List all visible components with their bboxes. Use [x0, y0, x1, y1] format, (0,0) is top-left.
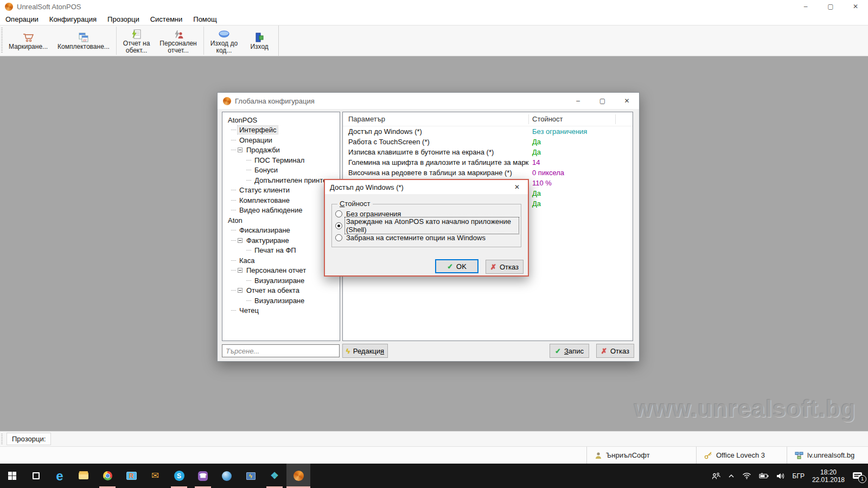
tree-item[interactable]: Фактуриране — [222, 235, 340, 246]
close-button[interactable]: ✕ — [843, 0, 868, 13]
status-panel-user[interactable]: ЪнриълСофт — [586, 447, 696, 464]
people-icon[interactable] — [712, 472, 720, 480]
battery-icon[interactable] — [759, 473, 769, 479]
column-header-value[interactable]: Стойност — [529, 114, 616, 124]
taskbar-app-task-view[interactable] — [24, 464, 48, 488]
radio-icon[interactable] — [335, 210, 342, 217]
radio-icon[interactable] — [335, 222, 342, 229]
tree-connector — [231, 260, 236, 261]
language-indicator[interactable]: БГР — [793, 472, 805, 480]
assemble-button[interactable]: 22 Комплектоване... — [53, 25, 114, 56]
taskbar-app-skype[interactable]: S — [167, 464, 191, 488]
table-row[interactable]: Изписва клавишите в бутоните на екрана (… — [343, 147, 633, 157]
mark-button[interactable]: Маркиране... — [4, 25, 53, 56]
table-row[interactable]: Достъп до Windows (*) Без ограничения — [343, 126, 633, 137]
modal-titlebar: Достъп до Windows (*) ✕ — [325, 180, 528, 194]
tree-connector — [231, 310, 236, 311]
cart-icon — [22, 31, 35, 43]
tree-item[interactable]: Печат на ФП — [222, 246, 340, 256]
tree-connector — [246, 250, 251, 251]
search-input[interactable] — [222, 344, 340, 357]
taskbar-app-start[interactable] — [0, 464, 24, 488]
tree-connector — [231, 270, 236, 271]
network-icon — [795, 452, 803, 459]
chevron-up-icon[interactable] — [728, 473, 735, 479]
tree-item[interactable]: Отчет на обекта — [222, 286, 340, 296]
modal-close-button[interactable]: ✕ — [506, 180, 528, 194]
tree-item[interactable]: Видео наблюдение — [222, 206, 340, 216]
app-icon: ✉ — [151, 470, 159, 481]
menu-item[interactable]: Операции — [0, 13, 44, 25]
tree-item[interactable]: Визуализиране — [222, 275, 340, 286]
radio-icon[interactable] — [335, 234, 342, 241]
tree-connector — [231, 140, 236, 140]
tree-item[interactable]: Бонуси — [222, 165, 340, 176]
dialog-minimize-button[interactable]: – — [566, 93, 590, 109]
menu-item[interactable]: Прозорци — [102, 13, 145, 25]
menu-item[interactable]: Помощ — [188, 13, 222, 25]
tree-item[interactable]: Статус клиенти — [222, 185, 340, 196]
exit-to-code-button[interactable]: Изход до код... — [206, 25, 242, 56]
tree-item[interactable]: Фискализиране — [222, 226, 340, 236]
app-icon — [8, 472, 16, 480]
modal-cancel-button[interactable]: ✗ Отказ — [486, 260, 524, 274]
wifi-icon[interactable] — [742, 472, 751, 479]
column-header-param[interactable]: Параметър — [343, 114, 529, 124]
taskbar-app-mail[interactable]: ✉ — [143, 464, 167, 488]
atonpos-logo-icon — [5, 3, 13, 11]
tree-item[interactable]: AtonPOS — [222, 115, 340, 125]
tree-item[interactable]: Комплектоване — [222, 195, 340, 206]
dialog-titlebar[interactable]: Глобална конфигурация – ▢ ✕ — [218, 93, 639, 109]
table-row[interactable]: Големина на шрифта в диалозите и таблици… — [343, 157, 633, 168]
exit-button[interactable]: Изход — [242, 25, 276, 56]
taskbar-app-explorer[interactable] — [72, 464, 95, 488]
ok-button[interactable]: ✓ OK — [435, 259, 478, 273]
collapse-expander-icon[interactable] — [238, 238, 242, 243]
status-panel-office[interactable]: Office Lovech 3 — [696, 447, 787, 464]
table-header: Параметър Стойност — [343, 112, 633, 126]
notification-icon[interactable]: 1 — [852, 472, 863, 480]
radio-option[interactable]: Зареждане на AtonPOS като начално прилож… — [335, 220, 519, 232]
taskbar-app-cube[interactable]: ❖ — [263, 464, 286, 488]
tree-item[interactable]: Интерфейс — [222, 125, 340, 136]
table-row[interactable]: Височина на редовете в таблици за маркир… — [343, 168, 633, 178]
taskbar-app-edge[interactable]: e — [48, 464, 72, 488]
tree-item[interactable]: ПОС Терминал — [222, 155, 340, 165]
taskbar-app-viber[interactable]: ☎ — [191, 464, 215, 488]
tree-item[interactable]: Допълнителен принтер — [222, 175, 340, 185]
volume-icon[interactable] — [776, 472, 785, 480]
tree-connector — [246, 160, 251, 160]
tree-item[interactable]: Визуализиране — [222, 296, 340, 306]
taskbar-app-chrome[interactable] — [95, 464, 119, 488]
taskbar-app-tracker[interactable] — [215, 464, 239, 488]
site-report-button[interactable]: Отчет на обект... — [118, 25, 155, 56]
windows-bar: Прозорци: — [0, 431, 868, 446]
menu-item[interactable]: Конфигурация — [44, 13, 102, 25]
maximize-button[interactable]: ▢ — [818, 0, 843, 13]
edit-button[interactable]: ϟ Редакция — [342, 344, 388, 358]
tree-item[interactable]: Персонален отчет — [222, 266, 340, 276]
dialog-maximize-button[interactable]: ▢ — [590, 93, 615, 109]
save-button[interactable]: ✓ Запис — [550, 344, 589, 358]
taskbar-app-pc-utility[interactable]: ϟ — [239, 464, 263, 488]
tree-item[interactable]: Каса — [222, 255, 340, 266]
cancel-button[interactable]: ✗ Отказ — [596, 344, 634, 358]
dialog-close-button[interactable]: ✕ — [615, 93, 639, 109]
clock[interactable]: 18:20 22.01.2018 — [812, 468, 845, 484]
minimize-button[interactable]: – — [793, 0, 818, 13]
taskbar-app-remote-desktop[interactable]: R — [119, 464, 143, 488]
collapse-expander-icon[interactable] — [238, 288, 242, 293]
table-row[interactable]: Работа с TouchScreen (*) Да — [343, 137, 633, 147]
menu-item[interactable]: Системни — [145, 13, 188, 25]
taskbar-app-atonpos[interactable] — [286, 464, 310, 488]
toolbar-separator — [278, 25, 279, 56]
tree-item[interactable]: Четец — [222, 306, 340, 316]
status-panel-network[interactable]: lv.unrealsoft.bg — [787, 447, 868, 464]
access-windows-modal: Достъп до Windows (*) ✕ Стойност Без огр… — [324, 179, 529, 277]
personal-report-button[interactable]: Персонален отчет... — [155, 25, 201, 56]
tree-item[interactable]: Операции — [222, 135, 340, 145]
tree-item[interactable]: Aton — [222, 215, 340, 226]
collapse-expander-icon[interactable] — [238, 268, 242, 273]
collapse-expander-icon[interactable] — [238, 147, 242, 152]
tree-item[interactable]: Продажби — [222, 145, 340, 156]
